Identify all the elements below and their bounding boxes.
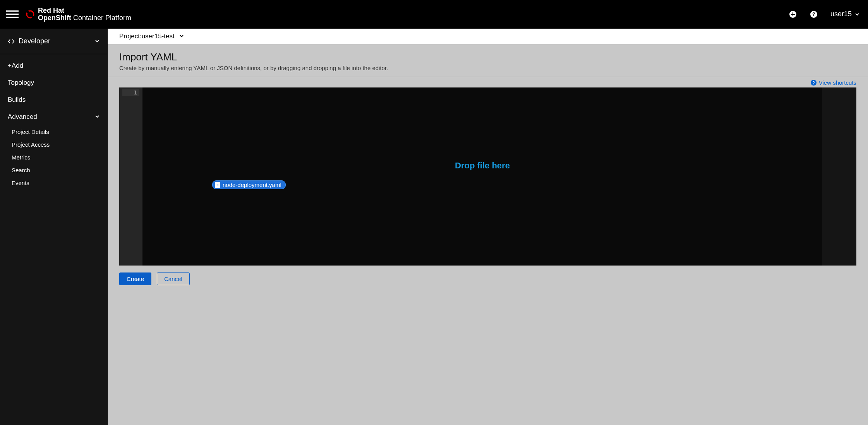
- project-selector[interactable]: Project: user15-test: [108, 29, 868, 44]
- chevron-down-icon: [95, 37, 99, 45]
- perspective-label: Developer: [19, 37, 50, 45]
- view-shortcuts-label: View shortcuts: [819, 79, 856, 86]
- sidebar-item-add[interactable]: +Add: [0, 57, 107, 74]
- brand-line1: Red Hat: [38, 7, 131, 14]
- yaml-editor[interactable]: 1 Drop file here ≡ node-deployment.yaml: [119, 87, 856, 266]
- sidebar-item-label: Advanced: [8, 113, 37, 121]
- drop-hint-label: Drop file here: [455, 161, 510, 171]
- project-prefix: Project:: [119, 33, 142, 40]
- cancel-button[interactable]: Cancel: [157, 272, 190, 285]
- user-menu[interactable]: user15: [830, 10, 859, 18]
- editor-minimap[interactable]: [822, 87, 856, 266]
- svg-text:?: ?: [812, 11, 815, 17]
- sidebar-item-builds[interactable]: Builds: [0, 91, 107, 108]
- content-area: Project: user15-test Import YAML Create …: [108, 29, 868, 425]
- line-number: 1: [122, 89, 139, 96]
- brand: Red Hat OpenShift Container Platform: [26, 7, 131, 22]
- dragged-file-name: node-deployment.yaml: [223, 182, 281, 188]
- project-name: user15-test: [142, 33, 175, 40]
- sidebar-item-topology[interactable]: Topology: [0, 74, 107, 91]
- username-label: user15: [830, 10, 852, 18]
- dragged-file-chip[interactable]: ≡ node-deployment.yaml: [212, 180, 286, 189]
- editor-body[interactable]: Drop file here ≡ node-deployment.yaml: [142, 87, 822, 266]
- brand-text: Red Hat OpenShift Container Platform: [38, 7, 131, 22]
- page-header: Import YAML Create by manually entering …: [108, 44, 868, 77]
- page-title: Import YAML: [119, 51, 856, 63]
- sidebar-subitem-events[interactable]: Events: [4, 177, 107, 189]
- brand-line2-bold: OpenShift: [38, 14, 71, 22]
- chevron-down-icon: [855, 12, 859, 17]
- brand-line2-rest: Container Platform: [71, 14, 131, 22]
- sidebar-item-advanced[interactable]: Advanced: [0, 108, 107, 125]
- sidebar-item-label: Builds: [8, 96, 26, 104]
- chevron-down-icon: [179, 33, 184, 40]
- plus-icon[interactable]: [789, 10, 797, 19]
- sidebar-subitem-label: Search: [12, 167, 30, 173]
- sidebar-subitem-project-access[interactable]: Project Access: [4, 138, 107, 151]
- sidebar-item-label: +Add: [8, 62, 23, 70]
- sidebar-subitem-metrics[interactable]: Metrics: [4, 151, 107, 164]
- perspective-switcher[interactable]: Developer: [0, 29, 107, 54]
- editor-gutter: 1: [119, 87, 142, 266]
- sidebar-subitem-search[interactable]: Search: [4, 164, 107, 177]
- code-icon: [8, 38, 15, 45]
- sidebar: Developer +Add Topology Builds Advanced: [0, 29, 108, 425]
- redhat-logo-icon: [26, 10, 35, 19]
- sidebar-subitem-label: Project Access: [12, 141, 50, 148]
- sidebar-item-label: Topology: [8, 79, 34, 87]
- help-icon: ?: [811, 80, 817, 86]
- sidebar-subitem-project-details[interactable]: Project Details: [4, 125, 107, 138]
- help-icon[interactable]: ?: [810, 10, 818, 19]
- sidebar-subitem-label: Project Details: [12, 129, 49, 135]
- action-row: Create Cancel: [108, 266, 868, 294]
- nav-toggle-button[interactable]: [6, 8, 19, 21]
- view-shortcuts-link[interactable]: ? View shortcuts: [811, 79, 856, 86]
- file-icon: ≡: [215, 182, 220, 188]
- topbar: Red Hat OpenShift Container Platform ? u…: [0, 0, 868, 29]
- create-button[interactable]: Create: [119, 272, 151, 285]
- page-subtitle: Create by manually entering YAML or JSON…: [119, 65, 856, 71]
- chevron-down-icon: [95, 113, 99, 121]
- sidebar-subitem-label: Events: [12, 180, 29, 186]
- sidebar-subitem-label: Metrics: [12, 154, 30, 161]
